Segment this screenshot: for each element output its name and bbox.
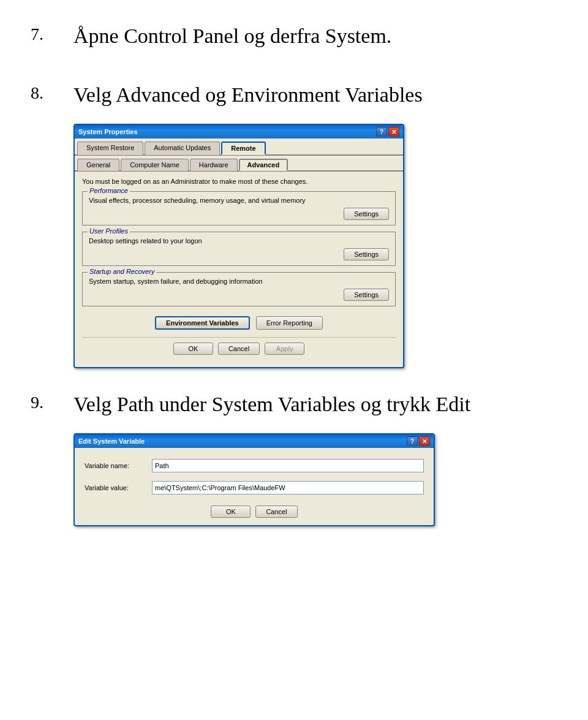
edit-var-title: Edit System Variable bbox=[78, 438, 145, 445]
titlebar-buttons: ? ✕ bbox=[376, 127, 399, 137]
tab-advanced[interactable]: Advanced bbox=[239, 159, 288, 171]
step-9-text: Velg Path under System Variables og tryk… bbox=[74, 393, 557, 416]
variable-value-label: Variable value: bbox=[85, 484, 146, 491]
edit-system-variable-dialog: Edit System Variable ? ✕ Variable name: … bbox=[74, 433, 435, 526]
step-9-number: 9. bbox=[31, 393, 61, 526]
startup-recovery-text: System startup, system failure, and debu… bbox=[89, 278, 389, 285]
step-7-number: 7. bbox=[31, 25, 61, 59]
variable-name-row: Variable name: bbox=[85, 459, 424, 472]
step-9: 9. Velg Path under System Variables og t… bbox=[31, 393, 557, 526]
variable-name-label: Variable name: bbox=[85, 462, 146, 469]
sys-warning-text: You must be logged on as an Administrato… bbox=[82, 178, 396, 185]
edit-ok-button[interactable]: OK bbox=[211, 506, 251, 518]
user-profiles-group: User Profiles Desktop settings related t… bbox=[82, 232, 396, 266]
system-properties-title: System Properties bbox=[78, 128, 138, 135]
performance-group: Performance Visual effects, processor sc… bbox=[82, 191, 396, 225]
cancel-button[interactable]: Cancel bbox=[218, 343, 260, 355]
tab-hardware[interactable]: Hardware bbox=[190, 159, 238, 171]
environment-variables-button[interactable]: Environment Variables bbox=[155, 316, 250, 330]
system-properties-body: System Restore Automatic Updates Remote … bbox=[75, 138, 403, 367]
step-8: 8. Velg Advanced og Environment Variable… bbox=[31, 83, 557, 368]
edit-titlebar-buttons: ? ✕ bbox=[407, 436, 430, 446]
startup-recovery-group: Startup and Recovery System startup, sys… bbox=[82, 272, 396, 306]
system-properties-dialog: System Properties ? ✕ System Restore Aut… bbox=[74, 124, 404, 368]
step-8-number: 8. bbox=[31, 83, 61, 368]
tab-automatic-updates[interactable]: Automatic Updates bbox=[145, 142, 220, 155]
edit-dialog-buttons: OK Cancel bbox=[85, 503, 424, 518]
close-button[interactable]: ✕ bbox=[388, 127, 399, 137]
apply-button[interactable]: Apply bbox=[265, 343, 304, 355]
env-error-row: Environment Variables Error Reporting bbox=[82, 313, 396, 333]
step-7-text: Åpne Control Panel og derfra System. bbox=[74, 25, 557, 48]
performance-text: Visual effects, processor scheduling, me… bbox=[89, 197, 389, 204]
user-profiles-title: User Profiles bbox=[88, 227, 130, 235]
error-reporting-button[interactable]: Error Reporting bbox=[256, 316, 323, 330]
edit-close-button[interactable]: ✕ bbox=[419, 436, 430, 446]
variable-name-input[interactable] bbox=[152, 459, 424, 472]
ok-button[interactable]: OK bbox=[173, 343, 213, 355]
step-7: 7. Åpne Control Panel og derfra System. bbox=[31, 25, 557, 59]
system-properties-content: You must be logged on as an Administrato… bbox=[75, 172, 403, 367]
tab-computer-name[interactable]: Computer Name bbox=[121, 159, 189, 171]
variable-value-row: Variable value: bbox=[85, 481, 424, 495]
step-8-text: Velg Advanced og Environment Variables bbox=[74, 83, 557, 107]
tab-system-restore[interactable]: System Restore bbox=[77, 142, 143, 155]
user-profiles-text: Desktop settings related to your logon bbox=[89, 237, 389, 244]
edit-var-titlebar: Edit System Variable ? ✕ bbox=[75, 434, 434, 448]
tab-remote[interactable]: Remote bbox=[221, 142, 265, 155]
variable-value-input[interactable] bbox=[152, 481, 424, 495]
system-properties-titlebar: System Properties ? ✕ bbox=[75, 125, 403, 138]
edit-cancel-button[interactable]: Cancel bbox=[255, 506, 297, 518]
tab-general[interactable]: General bbox=[77, 159, 119, 171]
edit-var-body: Variable name: Variable value: OK Cancel bbox=[75, 448, 434, 525]
performance-settings-button[interactable]: Settings bbox=[344, 208, 389, 220]
startup-recovery-title: Startup and Recovery bbox=[88, 268, 156, 275]
edit-help-button[interactable]: ? bbox=[407, 436, 418, 446]
startup-recovery-settings-button[interactable]: Settings bbox=[344, 289, 389, 301]
help-button[interactable]: ? bbox=[376, 127, 387, 137]
dialog-bottom-buttons: OK Cancel Apply bbox=[82, 337, 396, 361]
tab-bar-bottom: General Computer Name Hardware Advanced bbox=[75, 156, 403, 172]
tab-bar-top: System Restore Automatic Updates Remote bbox=[75, 138, 403, 156]
performance-title: Performance bbox=[88, 187, 130, 194]
user-profiles-settings-button[interactable]: Settings bbox=[344, 248, 389, 260]
